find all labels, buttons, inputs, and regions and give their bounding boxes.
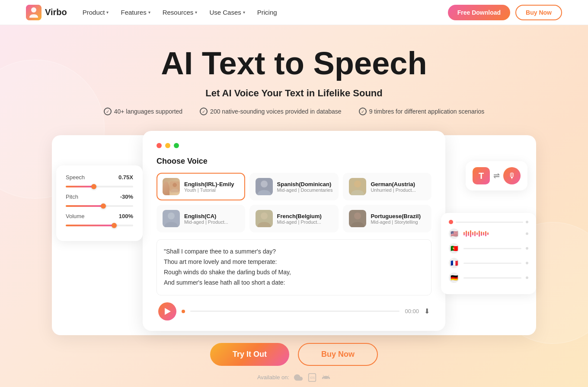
voice-name-emily: English(IRL)-Emily [184,181,239,187]
play-button[interactable] [158,302,176,320]
voice-info-emily: English(IRL)-Emily Youth | Tutorial [184,181,239,193]
lang-status-dot-pt [526,247,528,250]
voice-card-emily[interactable]: English(IRL)-Emily Youth | Tutorial [157,173,245,200]
maximize-dot [174,143,179,148]
try-it-out-button[interactable]: Try It Out [210,343,289,366]
hero-feature-1: ✓ 40+ languages supported [104,108,182,115]
svg-point-7 [354,181,361,187]
voice-card-french[interactable]: French(Belgium) Mid-aged | Product... [249,205,339,232]
voice-meta-french: Mid-aged | Product... [277,219,333,225]
nav-item-usecases[interactable]: Use Cases ▾ [209,9,245,16]
voice-name-german: German(Austria) [371,181,425,187]
avatar-french [256,210,273,227]
hero-feature-2: ✓ 200 native-sounding voices provided in… [200,108,342,115]
lang-line-fr [463,263,521,264]
volume-slider-fill [66,225,113,226]
progress-bar[interactable] [190,311,399,312]
text-icon: T [473,167,490,184]
lang-line-pt [463,248,521,249]
voice-info-german: German(Austria) Unhurried | Product... [371,181,425,193]
language-switcher-panel: 🇺🇸 🇵🇹 [441,213,536,294]
volume-slider-thumb[interactable] [112,223,117,228]
minimize-dot [165,143,170,148]
avatar-german [349,178,366,195]
flag-fr: 🇫🇷 [449,258,459,268]
play-triangle-icon [165,308,171,315]
speech-slider-thumb[interactable] [91,184,96,189]
chevron-down-icon: ▾ [106,10,109,15]
close-dot [157,143,162,148]
svg-point-9 [168,213,175,219]
voice-info-spanish: Spanish(Dominican) Mid-aged | Documentar… [277,181,333,193]
logo-text: Virbo [45,7,67,17]
logo[interactable]: Virbo [26,5,67,20]
nav-item-resources[interactable]: Resources ▾ [163,9,198,16]
voice-card-portuguese[interactable]: Portuguese(Brazil) Mid-aged | Storytelli… [343,205,431,232]
lang-status-dot [526,232,528,235]
nav-item-features[interactable]: Features ▾ [121,9,150,16]
buy-now-button[interactable]: Buy Now [298,343,378,366]
lang-row-fr[interactable]: 🇫🇷 [449,258,528,268]
demo-wrapper: Speech 0.75X Pitch -30% Volume 100% [43,131,545,330]
android-icon [321,373,331,382]
avatar-emily [163,178,180,195]
audio-player: 00:00 ⬇ [157,302,431,320]
lang-line [456,222,523,223]
feature-label-3: 9 timbres for different application scen… [369,108,485,115]
voice-name-spanish: Spanish(Dominican) [277,181,333,187]
voice-meta-portuguese: Mid-aged | Storytelling [371,219,425,225]
voice-name-portuguese: Portuguese(Brazil) [371,213,425,219]
lang-row-de[interactable]: 🇩🇪 [449,273,528,283]
audio-wave-en [463,229,521,238]
avatar-spanish [256,178,273,195]
speech-slider-row: Speech 0.75X [66,174,133,181]
time-display: 00:00 [405,308,419,314]
nav-item-pricing[interactable]: Pricing [257,9,277,16]
lang-row-en[interactable]: 🇺🇸 [449,228,528,239]
progress-dot [182,310,185,313]
pitch-value: -30% [120,194,133,200]
voice-card-spanish[interactable]: Spanish(Dominican) Mid-aged | Documentar… [249,173,339,200]
demo-card: Choose Voice English(IRL)-Emily Youth | … [143,131,445,330]
chevron-down-icon: ▾ [195,10,197,15]
feature-label-2: 200 native-sounding voices provided in d… [210,108,342,115]
speech-slider-track[interactable] [66,186,133,187]
feature-label-1: 40+ languages supported [114,108,182,115]
pitch-slider-track[interactable] [66,205,133,207]
voice-card-ca[interactable]: English(CA) Mid-aged | Product... [157,205,245,232]
volume-slider-row: Volume 100% [66,213,133,219]
lang-row-pt[interactable]: 🇵🇹 [449,243,528,254]
navbar: Virbo Product ▾ Features ▾ Resources ▾ U… [0,0,588,25]
volume-slider-track[interactable] [66,225,133,226]
cta-buttons: Try It Out Buy Now [210,343,378,366]
svg-text:iOS: iOS [310,376,315,379]
text-content-area[interactable]: "Shall I compare thee to a summer's day?… [157,239,431,295]
nav-links: Product ▾ Features ▾ Resources ▾ Use Cas… [83,9,277,16]
voice-card-german[interactable]: German(Austria) Unhurried | Product... [343,173,431,200]
hero-section: AI Text to Speech Let AI Voice Your Text… [0,25,588,387]
free-download-button[interactable]: Free Download [448,5,510,20]
lang-top-row [449,220,528,224]
pitch-label: Pitch [66,194,78,200]
speech-slider-fill [66,186,93,187]
volume-value: 100% [119,213,133,219]
lang-line-de [463,277,521,279]
hero-features: ✓ 40+ languages supported ✓ 200 native-s… [104,108,485,115]
check-icon-2: ✓ [200,108,208,115]
download-icon[interactable]: ⬇ [424,307,430,315]
avatar-ca [163,210,180,227]
microphone-icon: 🎙 [503,167,521,184]
voice-info-portuguese: Portuguese(Brazil) Mid-aged | Storytelli… [371,213,425,225]
hero-title: AI Text to Speech [161,46,427,81]
pitch-slider-thumb[interactable] [101,203,106,209]
voice-name-french: French(Belgium) [277,213,333,219]
pitch-slider-row: Pitch -30% [66,194,133,200]
nav-item-product[interactable]: Product ▾ [83,9,109,16]
cloud-icon [294,373,303,382]
volume-label: Volume [66,213,84,219]
check-icon-3: ✓ [359,108,367,115]
navbar-left: Virbo Product ▾ Features ▾ Resources ▾ U… [26,5,277,20]
voice-info-french: French(Belgium) Mid-aged | Product... [277,213,333,225]
lang-status-dot-fr [526,262,528,264]
buy-now-nav-button[interactable]: Buy Now [515,5,562,20]
